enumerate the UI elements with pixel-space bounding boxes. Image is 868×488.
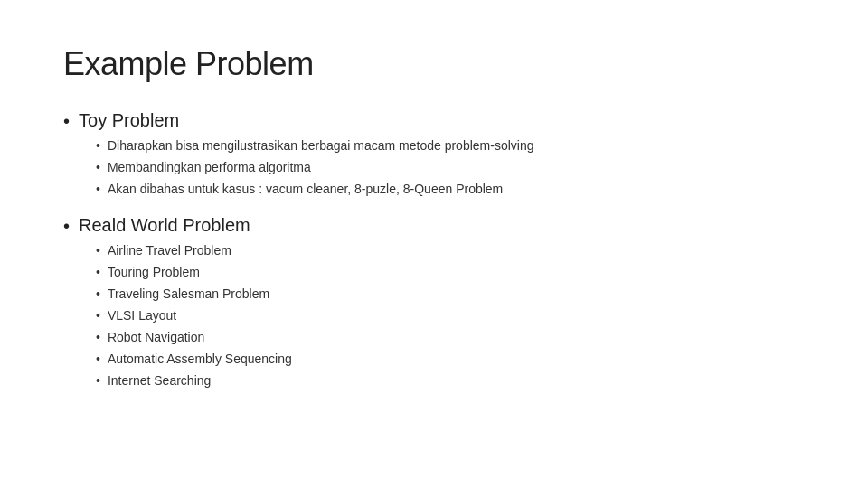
- real-sub-dot-2: •: [96, 263, 100, 282]
- toy-sub-text-2: Membandingkan performa algoritma: [108, 158, 311, 177]
- real-sub-text-7: Internet Searching: [108, 371, 211, 390]
- real-sub-dot-5: •: [96, 328, 100, 347]
- real-sub-dot-3: •: [96, 285, 100, 304]
- real-sub-text-3: Traveling Salesman Problem: [108, 285, 269, 304]
- real-sub-item-7: • Internet Searching: [96, 371, 805, 390]
- real-sub-dot-7: •: [96, 371, 100, 390]
- real-sub-item-3: • Traveling Salesman Problem: [96, 285, 805, 304]
- real-sub-item-1: • Airline Travel Problem: [96, 241, 805, 260]
- real-sub-item-4: • VLSI Layout: [96, 306, 805, 325]
- real-sub-dot-1: •: [96, 241, 100, 260]
- content-area: • Toy Problem • Diharapkan bisa mengilus…: [63, 110, 805, 390]
- toy-sub-dot-2: •: [96, 158, 100, 177]
- section-real-world-problem: • Reald World Problem • Airline Travel P…: [63, 215, 805, 390]
- real-sub-text-5: Robot Navigation: [108, 328, 204, 347]
- toy-sub-text-3: Akan dibahas untuk kasus : vacum cleaner…: [108, 180, 503, 199]
- real-sub-dot-4: •: [96, 306, 100, 325]
- toy-sub-dot-3: •: [96, 180, 100, 199]
- real-sub-text-2: Touring Problem: [108, 263, 200, 282]
- toy-problem-header: • Toy Problem: [63, 110, 805, 131]
- toy-problem-title: Toy Problem: [79, 110, 179, 131]
- real-sub-text-1: Airline Travel Problem: [108, 241, 231, 260]
- real-world-problem-header: • Reald World Problem: [63, 215, 805, 236]
- real-world-bullet-dot: •: [63, 217, 70, 235]
- toy-problem-bullet-dot: •: [63, 112, 70, 130]
- toy-sub-dot-1: •: [96, 136, 100, 155]
- toy-problem-sub-bullets: • Diharapkan bisa mengilustrasikan berba…: [96, 136, 805, 199]
- slide-title: Example Problem: [63, 45, 805, 83]
- toy-sub-item-3: • Akan dibahas untuk kasus : vacum clean…: [96, 180, 805, 199]
- real-sub-item-6: • Automatic Assembly Sequencing: [96, 350, 805, 369]
- slide-container: Example Problem • Toy Problem • Diharapk…: [0, 0, 868, 488]
- real-world-sub-bullets: • Airline Travel Problem • Touring Probl…: [96, 241, 805, 390]
- real-sub-dot-6: •: [96, 350, 100, 369]
- toy-sub-text-1: Diharapkan bisa mengilustrasikan berbaga…: [108, 136, 534, 155]
- real-sub-text-6: Automatic Assembly Sequencing: [108, 350, 292, 369]
- toy-sub-item-2: • Membandingkan performa algoritma: [96, 158, 805, 177]
- section-toy-problem: • Toy Problem • Diharapkan bisa mengilus…: [63, 110, 805, 199]
- real-sub-item-2: • Touring Problem: [96, 263, 805, 282]
- real-world-problem-title: Reald World Problem: [79, 215, 250, 236]
- toy-sub-item-1: • Diharapkan bisa mengilustrasikan berba…: [96, 136, 805, 155]
- real-sub-item-5: • Robot Navigation: [96, 328, 805, 347]
- real-sub-text-4: VLSI Layout: [108, 306, 176, 325]
